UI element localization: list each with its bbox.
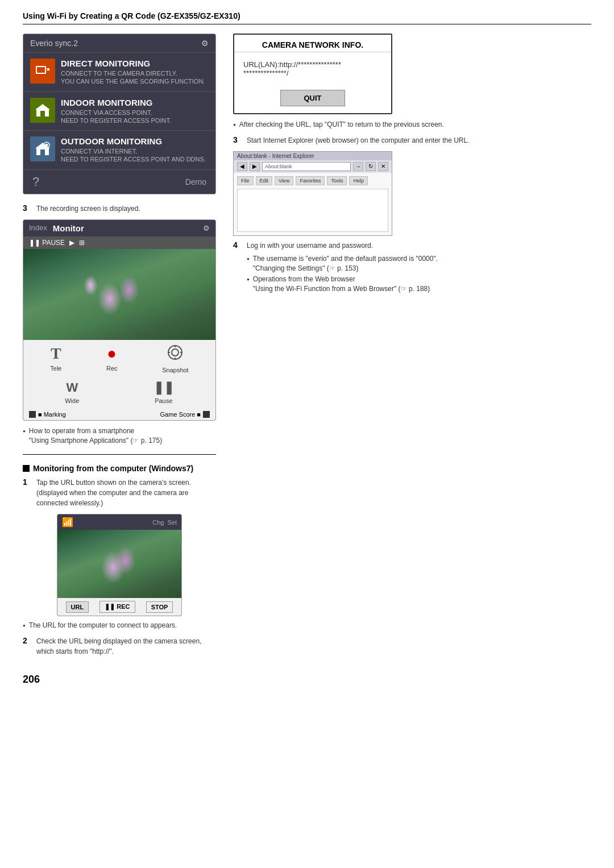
smartphone-bullet: How to operate from a smartphone "Using … xyxy=(23,426,216,446)
wide-button[interactable]: W Wide xyxy=(65,380,79,404)
rec-button[interactable]: ● Rec xyxy=(106,344,118,373)
game-score-square-icon xyxy=(203,411,210,418)
cam-rec-button[interactable]: ❚❚ REC xyxy=(99,601,135,613)
step2-block: 2 Check the URL being displayed on the c… xyxy=(23,636,216,657)
camera-screen: 📶 Chg Set URL ❚❚ REC STOP xyxy=(57,514,182,616)
indoor-monitoring-item[interactable]: INDOOR MONITORING CONNECT VIA ACCESS POI… xyxy=(23,92,215,131)
outdoor-monitoring-desc: CONNECT VIA INTERNET.NEED TO REGISTER AC… xyxy=(61,147,209,164)
left-bullets: How to operate from a smartphone "Using … xyxy=(23,426,216,446)
camera-header: 📶 Chg Set xyxy=(57,514,181,530)
right-step3-number: 3 xyxy=(233,135,242,144)
menu-help[interactable]: Help xyxy=(349,176,368,185)
url-button[interactable]: URL xyxy=(66,601,89,613)
camera-tab2[interactable]: Set xyxy=(167,519,177,526)
app-title: Everio sync.2 xyxy=(30,39,78,48)
quit-button[interactable]: QUIT xyxy=(280,90,345,106)
help-icon[interactable]: ? xyxy=(32,175,39,189)
step4-desc-text: Log in with your username and password. xyxy=(247,242,373,250)
go-button[interactable]: → xyxy=(353,162,363,171)
url-appears-bullet: The URL for the computer to connect to a… xyxy=(23,621,216,630)
rec-icon: ● xyxy=(107,344,117,363)
demo-label[interactable]: Demo xyxy=(185,177,206,186)
marking-bar: ■ Marking Game Score ■ xyxy=(23,409,215,420)
direct-monitoring-icon xyxy=(30,59,55,84)
network-info-body: URL(LAN):http://************************… xyxy=(234,52,391,85)
outdoor-monitoring-icon xyxy=(30,136,55,161)
game-score-label: Game Score ■ xyxy=(160,411,210,418)
menu-file[interactable]: File xyxy=(237,176,254,185)
forward-button[interactable]: ▶ xyxy=(250,162,260,171)
outdoor-monitoring-item[interactable]: OUTDOOR MONITORING CONNECT VIA INTERNET.… xyxy=(23,130,215,169)
tab-monitor[interactable]: Monitor xyxy=(53,223,84,233)
step3-description: The recording screen is displayed. xyxy=(36,203,216,214)
menu-edit[interactable]: Edit xyxy=(256,176,273,185)
pause-ctrl-icon: ❚❚ xyxy=(154,380,174,395)
network-info-header: CAMERA NETWORK INFO. xyxy=(234,35,391,52)
monitor-controls: ❚❚ PAUSE ▶ ⊞ xyxy=(23,236,215,249)
direct-monitoring-item[interactable]: DIRECT MONITORING CONNECT TO THE CAMERA … xyxy=(23,52,215,92)
menu-favorites[interactable]: Favorites xyxy=(296,176,325,185)
tele-button[interactable]: T Tele xyxy=(50,344,61,373)
grid-icon[interactable]: ⊞ xyxy=(79,239,85,247)
step1-bullets: The URL for the computer to connect to a… xyxy=(23,621,216,630)
svg-point-12 xyxy=(168,346,182,359)
svg-marker-5 xyxy=(35,104,50,110)
app-screen: Everio sync.2 ⚙ DIRECT MONITORING CONNEC… xyxy=(23,34,216,194)
game-score-text: Game Score ■ xyxy=(160,411,201,418)
browser-window: About:blank - Internet Explorer ◀ ▶ Abou… xyxy=(233,151,392,236)
snapshot-icon xyxy=(167,344,183,364)
pause-button[interactable]: ❚❚ PAUSE xyxy=(29,239,65,247)
svg-rect-6 xyxy=(40,111,45,117)
tele-icon: T xyxy=(51,344,61,363)
tele-label: Tele xyxy=(50,365,61,372)
step2-number: 2 xyxy=(23,636,32,645)
back-button[interactable]: ◀ xyxy=(237,162,247,171)
forward-arrow-icon[interactable]: ▶ xyxy=(69,239,74,247)
web-browser-bullet: Operations from the Web browser "Using t… xyxy=(247,275,591,294)
step4-number: 4 xyxy=(233,240,242,250)
address-bar[interactable]: About:blank xyxy=(262,162,351,171)
browser-titlebar: About:blank - Internet Explorer xyxy=(234,152,392,160)
direct-monitoring-text: DIRECT MONITORING CONNECT TO THE CAMERA … xyxy=(61,59,209,86)
wide-icon: W xyxy=(66,380,78,395)
monitor-video-feed xyxy=(23,249,215,340)
menu-tools[interactable]: Tools xyxy=(327,176,347,185)
camera-feed xyxy=(57,530,181,598)
svg-point-13 xyxy=(172,349,179,356)
camera-controls: URL ❚❚ REC STOP xyxy=(57,598,181,616)
monitor-zoom-buttons: W Wide ❚❚ Pause xyxy=(23,378,215,409)
camera-tab1[interactable]: Chg xyxy=(152,519,164,526)
menu-view[interactable]: View xyxy=(275,176,293,185)
indoor-monitoring-icon xyxy=(30,98,55,123)
tab-index[interactable]: Index xyxy=(29,223,47,233)
step1-description: Tap the URL button shown on the camera's… xyxy=(36,479,191,507)
marking-square-icon xyxy=(29,411,36,418)
cam-stop-button[interactable]: STOP xyxy=(146,601,173,613)
browser-content-area xyxy=(237,189,388,232)
monitor-gear-icon[interactable]: ⚙ xyxy=(203,224,210,232)
section-square-icon xyxy=(23,465,30,472)
step3-number: 3 xyxy=(23,203,32,213)
stop-browser-button[interactable]: ✕ xyxy=(378,162,388,171)
snapshot-button[interactable]: Snapshot xyxy=(162,344,188,373)
direct-monitoring-desc: CONNECT TO THE CAMERA DIRECTLY.YOU CAN U… xyxy=(61,69,209,86)
gear-icon[interactable]: ⚙ xyxy=(201,39,209,48)
outdoor-monitoring-title: OUTDOOR MONITORING xyxy=(61,136,209,146)
monitor-control-buttons: T Tele ● Rec xyxy=(23,340,215,378)
browser-toolbar: ◀ ▶ About:blank → ↻ ✕ xyxy=(234,160,392,173)
right-column: CAMERA NETWORK INFO. URL(LAN):http://***… xyxy=(233,34,591,662)
outdoor-monitoring-text: OUTDOOR MONITORING CONNECT VIA INTERNET.… xyxy=(61,136,209,164)
app-menu-bottom: ? Demo xyxy=(23,169,215,194)
snapshot-label: Snapshot xyxy=(162,367,188,373)
monitoring-section-header: Monitoring from the computer (Windows7) xyxy=(23,464,216,473)
refresh-button[interactable]: ↻ xyxy=(366,162,376,171)
smartphone-bullet-sub: "Using Smartphone Applications" (☞ p. 17… xyxy=(29,437,162,445)
web-browser-bullet-sub: "Using the Wi-Fi Function from a Web Bro… xyxy=(253,285,430,293)
step1-block: 1 Tap the URL button shown on the camera… xyxy=(23,477,216,508)
step3-block: 3 The recording screen is displayed. xyxy=(23,203,216,214)
pause-ctrl-button[interactable]: ❚❚ Pause xyxy=(154,380,174,404)
svg-point-3 xyxy=(46,69,48,70)
wide-label: Wide xyxy=(65,397,79,404)
section-divider xyxy=(23,454,216,455)
left-column: Everio sync.2 ⚙ DIRECT MONITORING CONNEC… xyxy=(23,34,216,662)
